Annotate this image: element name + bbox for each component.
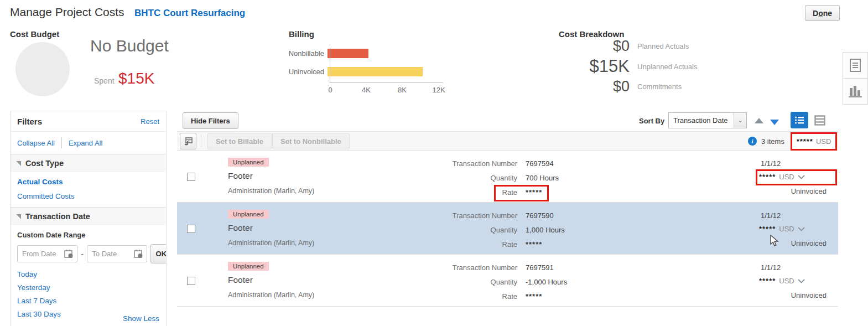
field-label: Transaction Number bbox=[393, 211, 517, 220]
filters-panel: Filters Reset Collapse All Expand All Co… bbox=[10, 111, 167, 326]
unplanned-actuals-label: Unplanned Actuals bbox=[637, 63, 697, 71]
field-label: Transaction Number bbox=[393, 263, 517, 272]
billing-heading: Billing bbox=[289, 29, 314, 39]
row-checkbox[interactable] bbox=[187, 173, 195, 181]
currency-chevron-icon[interactable] bbox=[798, 279, 805, 283]
row-checkbox[interactable] bbox=[187, 277, 195, 285]
project-name-link[interactable]: BHTC Court Resurfacing bbox=[134, 8, 245, 19]
row-subtitle: Administration (Marlin, Amy) bbox=[228, 239, 314, 247]
collapse-triangle-icon bbox=[16, 161, 21, 166]
reset-filters-link[interactable]: Reset bbox=[141, 117, 159, 126]
cost-row-2-selected[interactable]: Unplanned Footer Administration (Marlin,… bbox=[177, 203, 838, 255]
custom-date-range-label: Custom Date Range bbox=[17, 231, 159, 239]
bar-nonbillable bbox=[328, 49, 368, 58]
detach-icon bbox=[184, 137, 193, 146]
planned-actuals-value: $0 bbox=[559, 38, 630, 55]
quick-link-today[interactable]: Today bbox=[17, 270, 159, 278]
ok-button[interactable]: OK bbox=[150, 244, 167, 263]
field-label: Rate bbox=[393, 188, 517, 196]
field-label: Quantity bbox=[393, 226, 517, 234]
chart-view-button[interactable] bbox=[843, 78, 868, 105]
unplanned-badge: Unplanned bbox=[228, 210, 269, 219]
row-subtitle: Administration (Marlin, Amy) bbox=[228, 291, 314, 299]
cost-row-3[interactable]: Unplanned Footer Administration (Marlin,… bbox=[177, 255, 838, 307]
filter-actual-costs[interactable]: Actual Costs bbox=[17, 178, 159, 186]
bar-label-nonbillable: Nonbillable bbox=[277, 49, 328, 58]
chart-y-axis bbox=[330, 48, 330, 83]
transaction-number-value: 7697590 bbox=[526, 211, 554, 220]
quantity-value: 700 Hours bbox=[526, 174, 559, 182]
set-to-nonbillable-button[interactable]: Set to Nonbillable bbox=[272, 133, 350, 149]
page-title: Manage Project Costs bbox=[10, 6, 124, 19]
billing-bar-chart: Nonbillable Uninvoiced 0 4K 8K 12K bbox=[277, 46, 459, 96]
cost-budget-heading: Cost Budget bbox=[10, 29, 59, 39]
show-less-link[interactable]: Show Less bbox=[123, 314, 159, 323]
x-tick-4k: 4K bbox=[362, 86, 371, 94]
currency-chevron-icon[interactable] bbox=[798, 227, 805, 231]
list-view-icon bbox=[794, 116, 804, 125]
date-picker-icon[interactable] bbox=[64, 249, 74, 258]
transaction-date-section-header[interactable]: Transaction Date bbox=[11, 207, 166, 225]
cost-rows-list: Unplanned Footer Administration (Marlin,… bbox=[177, 151, 838, 307]
collapse-all-link[interactable]: Collapse All bbox=[17, 139, 55, 147]
row-title: Footer bbox=[228, 223, 253, 233]
field-label: Transaction Number bbox=[393, 159, 517, 168]
sort-by-value: Transaction Date bbox=[669, 116, 734, 125]
to-date-input[interactable] bbox=[92, 250, 134, 258]
sort-ascending-button[interactable] bbox=[755, 118, 763, 123]
to-date-field[interactable] bbox=[87, 245, 147, 262]
cost-row-1[interactable]: Unplanned Footer Administration (Marlin,… bbox=[177, 151, 838, 203]
transaction-date-section-title: Transaction Date bbox=[25, 212, 90, 221]
field-label: Quantity bbox=[393, 278, 517, 286]
rate-value-masked: ***** bbox=[526, 240, 542, 249]
transaction-date: 1/1/12 bbox=[761, 263, 781, 272]
currency-chevron-icon[interactable] bbox=[798, 175, 805, 179]
from-date-input[interactable] bbox=[22, 250, 64, 258]
x-tick-8k: 8K bbox=[398, 86, 407, 94]
set-to-billable-button[interactable]: Set to Billable bbox=[207, 133, 272, 149]
document-icon bbox=[849, 58, 861, 73]
quick-link-last-7-days[interactable]: Last 7 Days bbox=[17, 297, 159, 305]
divider bbox=[201, 135, 201, 147]
document-view-button[interactable] bbox=[843, 52, 868, 79]
table-view-icon bbox=[814, 115, 825, 126]
row-subtitle: Administration (Marlin, Amy) bbox=[228, 187, 314, 195]
budget-donut-placeholder bbox=[15, 42, 70, 96]
commitments-label: Commitments bbox=[637, 82, 682, 91]
bar-uninvoiced bbox=[328, 67, 423, 76]
info-icon[interactable]: i bbox=[748, 137, 757, 146]
sort-by-dropdown[interactable]: Transaction Date ⌄ bbox=[668, 112, 747, 128]
from-date-field[interactable] bbox=[17, 245, 77, 262]
cost-type-section-header[interactable]: Cost Type bbox=[11, 154, 166, 172]
hide-filters-button[interactable]: Hide Filters bbox=[183, 112, 238, 129]
currency-code: USD bbox=[779, 173, 794, 181]
quick-link-yesterday[interactable]: Yesterday bbox=[17, 283, 159, 292]
date-picker-icon[interactable] bbox=[134, 249, 143, 258]
expand-all-link[interactable]: Expand All bbox=[69, 139, 102, 147]
items-count: 3 items bbox=[761, 137, 784, 146]
rate-value-masked: ***** bbox=[526, 292, 542, 301]
side-view-toolbar bbox=[843, 52, 868, 105]
list-toolbar: Set to Billable Set to Nonbillable i 3 i… bbox=[177, 131, 838, 151]
bar-label-uninvoiced: Uninvoiced bbox=[277, 68, 328, 76]
amount-masked: ***** bbox=[759, 173, 776, 181]
sort-descending-button[interactable] bbox=[770, 120, 779, 125]
transaction-number-value: 7697594 bbox=[526, 159, 554, 168]
rate-value-masked: ***** bbox=[526, 188, 542, 196]
unplanned-actuals-value: $15K bbox=[559, 56, 630, 76]
row-title: Footer bbox=[228, 275, 253, 285]
chart-x-axis bbox=[330, 82, 443, 83]
unplanned-badge: Unplanned bbox=[228, 158, 269, 167]
table-view-toggle[interactable] bbox=[812, 113, 828, 128]
row-checkbox[interactable] bbox=[187, 225, 195, 233]
x-tick-12k: 12K bbox=[432, 86, 445, 94]
currency-code: USD bbox=[779, 277, 794, 285]
filter-committed-costs[interactable]: Committed Costs bbox=[17, 192, 159, 200]
detach-button[interactable] bbox=[180, 133, 196, 149]
currency-code: USD bbox=[779, 225, 794, 233]
done-button[interactable]: Done bbox=[805, 5, 840, 21]
x-tick-0: 0 bbox=[328, 86, 332, 94]
list-view-toggle-active[interactable] bbox=[791, 112, 808, 128]
spent-value: $15K bbox=[118, 70, 154, 87]
quantity-value: -1,000 Hours bbox=[526, 278, 567, 286]
